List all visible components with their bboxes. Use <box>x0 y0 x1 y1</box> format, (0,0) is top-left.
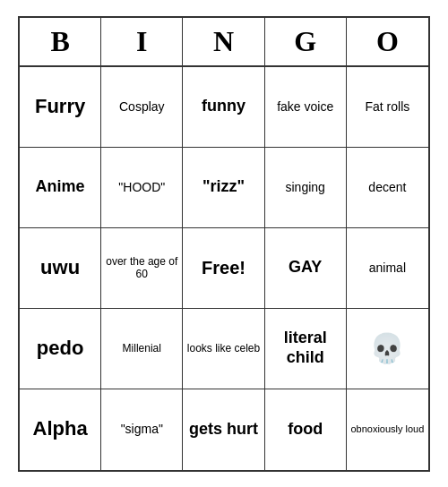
bingo-cell-0: Furry <box>20 67 101 148</box>
header-letter-o: O <box>347 18 428 65</box>
bingo-cell-18: literal child <box>265 309 347 389</box>
bingo-cell-1: Cosplay <box>101 67 183 148</box>
bingo-cell-2: funny <box>183 67 264 148</box>
bingo-cell-9: decent <box>347 148 428 228</box>
header-letter-n: N <box>183 18 264 65</box>
bingo-cell-16: Millenial <box>101 309 183 389</box>
bingo-cell-13: GAY <box>265 228 347 309</box>
bingo-grid: FurryCosplayfunnyfake voiceFat rollsAnim… <box>20 67 428 470</box>
bingo-cell-14: animal <box>347 228 428 309</box>
bingo-cell-22: gets hurt <box>183 389 264 470</box>
bingo-cell-21: "sigma" <box>101 389 183 470</box>
bingo-cell-19: 💀 <box>347 309 428 389</box>
bingo-card: BINGO FurryCosplayfunnyfake voiceFat rol… <box>18 16 430 472</box>
bingo-cell-10: uwu <box>20 228 101 309</box>
bingo-cell-12: Free! <box>183 228 264 309</box>
header-letter-i: I <box>101 18 183 65</box>
bingo-cell-7: "rizz" <box>183 148 264 228</box>
bingo-cell-11: over the age of 60 <box>101 228 183 309</box>
bingo-cell-24: obnoxiously loud <box>347 389 428 470</box>
bingo-cell-17: looks like celeb <box>183 309 264 389</box>
bingo-cell-4: Fat rolls <box>347 67 428 148</box>
bingo-cell-3: fake voice <box>265 67 347 148</box>
header-letter-g: G <box>265 18 347 65</box>
bingo-cell-8: singing <box>265 148 347 228</box>
bingo-cell-20: Alpha <box>20 389 101 470</box>
header-letter-b: B <box>20 18 101 65</box>
bingo-cell-15: pedo <box>20 309 101 389</box>
bingo-cell-6: "HOOD" <box>101 148 183 228</box>
bingo-header: BINGO <box>20 18 428 67</box>
bingo-cell-5: Anime <box>20 148 101 228</box>
bingo-cell-23: food <box>265 389 347 470</box>
